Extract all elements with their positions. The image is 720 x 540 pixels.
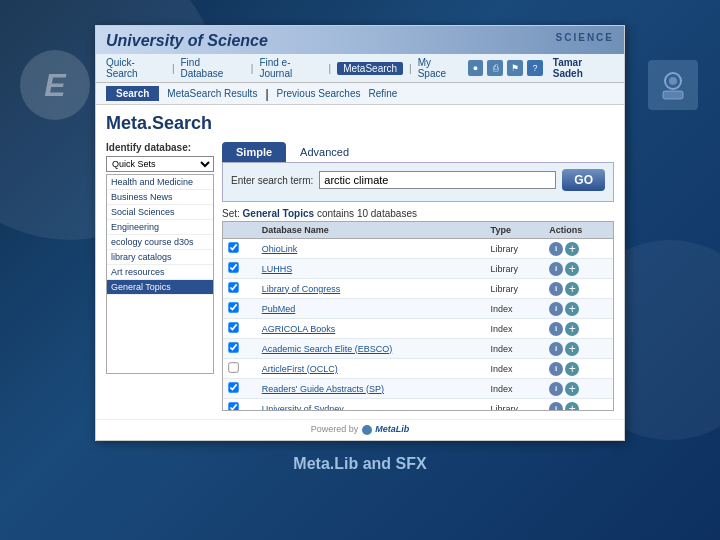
nav-quick-search[interactable]: Quick-Search [106, 57, 166, 79]
row-checkbox[interactable] [223, 379, 258, 399]
row-checkbox[interactable] [223, 359, 258, 379]
action-btns: i+ [549, 302, 609, 316]
icon-right [648, 60, 698, 110]
db-type: Index [487, 319, 546, 339]
content-area: Identify database: Quick Sets Health and… [96, 138, 624, 419]
add-button[interactable]: + [565, 322, 579, 336]
list-item[interactable]: Art resources [107, 265, 213, 280]
list-item[interactable]: Business News [107, 190, 213, 205]
identify-db-label: Identify database: [106, 142, 214, 153]
col-type: Type [487, 222, 546, 239]
row-checkbox[interactable] [223, 339, 258, 359]
col-db-name: Database Name [258, 222, 487, 239]
database-list: Health and Medicine Business News Social… [106, 174, 214, 374]
bookmark-icon[interactable]: ⚑ [507, 60, 523, 76]
db-link[interactable]: Academic Search Elite (EBSCO) [262, 344, 393, 354]
table-header-row: Database Name Type Actions [223, 222, 613, 239]
col-actions: Actions [545, 222, 613, 239]
row-checkbox[interactable] [223, 279, 258, 299]
search-box-area: Enter search term: GO [222, 162, 614, 202]
globe-icon[interactable]: ● [468, 60, 484, 76]
db-link[interactable]: ArticleFirst (OCLC) [262, 364, 338, 374]
add-button[interactable]: + [565, 262, 579, 276]
info-button[interactable]: i [549, 402, 563, 412]
nav-my-space[interactable]: My Space [418, 57, 462, 79]
nav-previous-searches[interactable]: Previous Searches [277, 88, 361, 99]
university-header: University of Science SCIENCE [96, 26, 624, 54]
nav-find-ejournal[interactable]: Find e-Journal [259, 57, 322, 79]
nav-refine[interactable]: Refine [368, 88, 397, 99]
search-input[interactable] [319, 171, 556, 189]
info-button[interactable]: i [549, 382, 563, 396]
action-btns: i+ [549, 322, 609, 336]
tab-advanced[interactable]: Advanced [286, 142, 363, 162]
list-item[interactable]: library catalogs [107, 250, 213, 265]
db-link[interactable]: University of Sydney [262, 404, 344, 412]
go-button[interactable]: GO [562, 169, 605, 191]
print-icon[interactable]: ⎙ [487, 60, 503, 76]
results-table: Database Name Type Actions OhioLink Libr… [223, 222, 613, 411]
db-type: Library [487, 259, 546, 279]
left-panel: Identify database: Quick Sets Health and… [106, 142, 214, 411]
db-link[interactable]: LUHHS [262, 264, 293, 274]
powered-by: Powered by MetaLib [96, 419, 624, 440]
nav-metasearch-results[interactable]: MetaSearch Results [167, 88, 257, 99]
table-row: Academic Search Elite (EBSCO) Index i+ [223, 339, 613, 359]
quick-sets-select[interactable]: Quick Sets [106, 156, 214, 172]
db-link[interactable]: OhioLink [262, 244, 298, 254]
metalib-logo: MetaLib [361, 424, 410, 434]
info-button[interactable]: i [549, 242, 563, 256]
add-button[interactable]: + [565, 282, 579, 296]
row-checkbox[interactable] [223, 399, 258, 412]
results-table-wrap: Database Name Type Actions OhioLink Libr… [222, 221, 614, 411]
info-button[interactable]: i [549, 362, 563, 376]
add-button[interactable]: + [565, 302, 579, 316]
nav-find-database[interactable]: Find Database [180, 57, 244, 79]
list-item-selected[interactable]: General Topics [107, 280, 213, 295]
list-item[interactable]: Social Sciences [107, 205, 213, 220]
search-row: Enter search term: GO [231, 169, 605, 191]
row-checkbox[interactable] [223, 319, 258, 339]
db-link[interactable]: PubMed [262, 304, 296, 314]
table-row: University of Sydney Library i+ [223, 399, 613, 412]
table-row: ArticleFirst (OCLC) Index i+ [223, 359, 613, 379]
tab-simple[interactable]: Simple [222, 142, 286, 162]
university-title: University of Science [106, 32, 268, 50]
info-button[interactable]: i [549, 302, 563, 316]
add-button[interactable]: + [565, 402, 579, 412]
footer-title: Meta.Lib and SFX [293, 455, 426, 473]
row-checkbox[interactable] [223, 259, 258, 279]
powered-by-text: Powered by [311, 424, 359, 434]
add-button[interactable]: + [565, 242, 579, 256]
info-button[interactable]: i [549, 322, 563, 336]
add-button[interactable]: + [565, 362, 579, 376]
row-checkbox[interactable] [223, 299, 258, 319]
search-button[interactable]: Search [106, 86, 159, 101]
info-button[interactable]: i [549, 282, 563, 296]
page-title: Meta.Search [106, 113, 212, 133]
action-btns: i+ [549, 382, 609, 396]
add-button[interactable]: + [565, 342, 579, 356]
nav-icons: ● ⎙ ⚑ ? Tamar Sadeh [468, 57, 614, 79]
logo-left: E [20, 50, 90, 120]
db-link[interactable]: Library of Congress [262, 284, 341, 294]
list-item[interactable]: Health and Medicine [107, 175, 213, 190]
svg-point-3 [362, 425, 372, 435]
svg-rect-2 [663, 91, 683, 99]
db-type: Library [487, 279, 546, 299]
action-btns: i+ [549, 342, 609, 356]
list-item[interactable]: ecology course d30s [107, 235, 213, 250]
list-item[interactable]: Engineering [107, 220, 213, 235]
add-button[interactable]: + [565, 382, 579, 396]
help-icon[interactable]: ? [527, 60, 543, 76]
action-btns: i+ [549, 402, 609, 412]
nav-metasearch[interactable]: MetaSearch [337, 62, 403, 75]
user-name: Tamar Sadeh [553, 57, 614, 79]
info-button[interactable]: i [549, 262, 563, 276]
db-link[interactable]: Readers' Guide Abstracts (SP) [262, 384, 384, 394]
info-button[interactable]: i [549, 342, 563, 356]
action-btns: i+ [549, 242, 609, 256]
svg-point-1 [669, 77, 677, 85]
row-checkbox[interactable] [223, 239, 258, 259]
db-link[interactable]: AGRICOLA Books [262, 324, 336, 334]
